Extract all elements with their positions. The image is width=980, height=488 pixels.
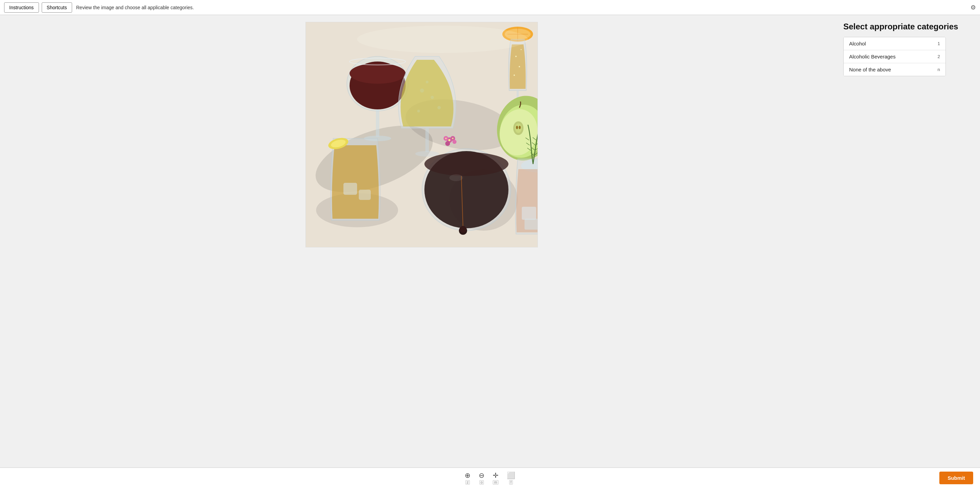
settings-icon-glyph: ⚙ [970, 4, 976, 11]
category-label-2: None of the above [849, 67, 891, 72]
category-item-2[interactable]: None of the aboven [844, 63, 945, 76]
zoom-in-button[interactable]: ⊕z [465, 471, 471, 485]
image-container [305, 22, 538, 247]
right-panel: Select appropriate categories Alcohol1Al… [843, 22, 973, 461]
categories-list: Alcohol1Alcoholic Beverages2None of the … [843, 37, 946, 76]
category-label-1: Alcoholic Beverages [849, 54, 896, 59]
svg-point-69 [357, 25, 528, 53]
shortcuts-button[interactable]: Shortcuts [42, 2, 72, 13]
svg-rect-68 [306, 22, 538, 247]
categories-title: Select appropriate categories [843, 22, 958, 32]
category-shortcut-2: n [938, 67, 940, 72]
category-item-0[interactable]: Alcohol1 [844, 37, 945, 50]
image-panel [7, 22, 837, 461]
zoom-out-button[interactable]: ⊖o [479, 471, 485, 485]
cocktail-image [306, 22, 538, 247]
header: Instructions Shortcuts Review the image … [0, 0, 980, 15]
move-icon: ✛ [493, 471, 498, 480]
move-shortcut: m [493, 480, 498, 485]
instructions-button[interactable]: Instructions [4, 2, 39, 13]
category-label-0: Alcohol [849, 41, 866, 46]
main-content: Select appropriate categories Alcohol1Al… [0, 15, 980, 467]
fit-button[interactable]: ⬜f [507, 471, 515, 485]
settings-icon[interactable]: ⚙ [970, 4, 976, 11]
category-shortcut-1: 2 [938, 54, 940, 59]
category-shortcut-0: 1 [938, 41, 940, 46]
tools-group: ⊕z⊖o✛m⬜f [465, 471, 515, 485]
category-item-1[interactable]: Alcoholic Beverages2 [844, 50, 945, 63]
instruction-text: Review the image and choose all applicab… [76, 5, 970, 10]
svg-rect-66 [538, 210, 538, 221]
submit-button[interactable]: Submit [939, 472, 973, 484]
move-button[interactable]: ✛m [493, 471, 498, 485]
zoom-in-icon: ⊕ [465, 471, 471, 480]
zoom-in-shortcut: z [465, 480, 470, 485]
bottom-toolbar: ⊕z⊖o✛m⬜f Submit [0, 467, 980, 488]
zoom-out-shortcut: o [479, 480, 484, 485]
fit-icon: ⬜ [507, 471, 515, 480]
zoom-out-icon: ⊖ [479, 471, 485, 480]
fit-shortcut: f [509, 480, 513, 485]
